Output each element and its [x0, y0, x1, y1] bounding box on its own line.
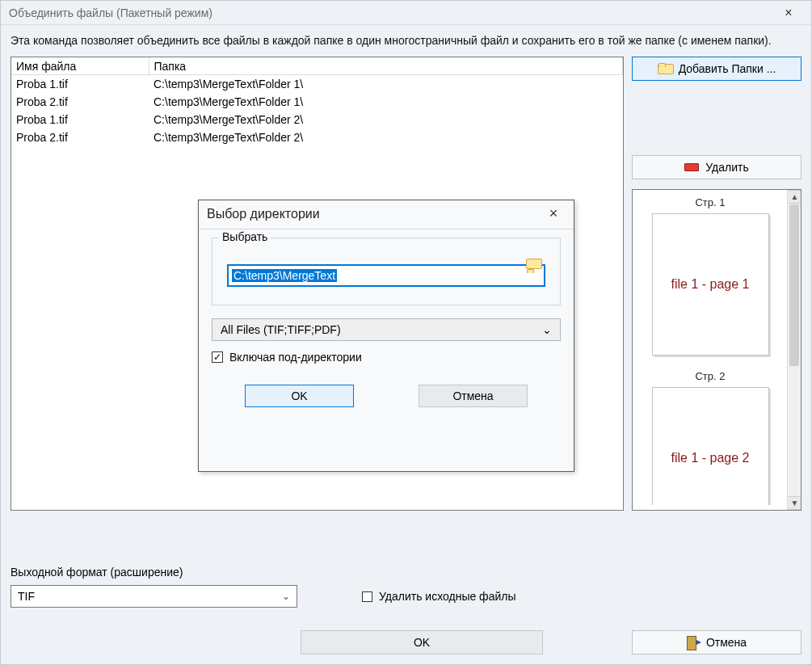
file-filter-select[interactable]: All Files (TIF;TIFF;PDF) ⌄ [212, 318, 561, 341]
checkbox-box [362, 591, 372, 602]
scroll-down-icon[interactable]: ▼ [788, 496, 801, 510]
chevron-down-icon: ⌄ [282, 591, 290, 602]
dialog-ok-label: OK [291, 389, 307, 402]
cell-folder: C:\temp3\MergeText\Folder 1\ [149, 93, 623, 111]
table-row[interactable]: Proba 1.tif C:\temp3\MergeText\Folder 2\ [11, 111, 623, 128]
column-header-name[interactable]: Имя файла [11, 57, 149, 75]
include-subdirs-checkbox[interactable]: ✓ Включая под-директории [212, 351, 561, 364]
preview-list: Стр. 1 file 1 - page 1 Стр. 2 file 1 - p… [637, 195, 783, 505]
cell-folder: C:\temp3\MergeText\Folder 1\ [149, 75, 623, 93]
dialog-cancel-button[interactable]: Отмена [419, 385, 528, 407]
preview-thumbnail[interactable]: file 1 - page 1 [652, 213, 769, 356]
preview-scrollbar[interactable]: ▲ ▼ [787, 190, 801, 510]
directory-select-dialog: Выбор директории × Выбрать C:\temp3\Merg… [198, 200, 574, 472]
table-row[interactable]: Proba 2.tif C:\temp3\MergeText\Folder 2\ [11, 128, 623, 146]
titlebar: Объединить файлы (Пакетный режим) × [1, 1, 811, 25]
preview-thumb-text: file 1 - page 1 [671, 277, 750, 292]
window-title: Объединить файлы (Пакетный режим) [9, 6, 212, 19]
cancel-button[interactable]: Отмена [632, 630, 801, 654]
exit-icon [687, 636, 700, 649]
cell-folder: C:\temp3\MergeText\Folder 2\ [149, 128, 623, 146]
output-format-select[interactable]: TIF ⌄ [11, 585, 297, 608]
preview-thumbnail[interactable]: file 1 - page 2 [652, 387, 769, 505]
cell-folder: C:\temp3\MergeText\Folder 2\ [149, 111, 623, 128]
ok-button[interactable]: OK [301, 630, 543, 654]
checkbox-box: ✓ [212, 351, 223, 363]
preview-panel: Стр. 1 file 1 - page 1 Стр. 2 file 1 - p… [632, 189, 801, 511]
path-input[interactable]: C:\temp3\MergeText [227, 264, 545, 287]
table-row[interactable]: Proba 1.tif C:\temp3\MergeText\Folder 1\ [11, 75, 623, 93]
select-group: Выбрать C:\temp3\MergeText [212, 238, 561, 305]
preview-page-label: Стр. 1 [637, 196, 783, 208]
delete-source-checkbox[interactable]: Удалить исходные файлы [362, 590, 515, 603]
preview-thumb-text: file 1 - page 2 [671, 451, 750, 465]
path-value: C:\temp3\MergeText [232, 269, 337, 282]
delete-source-label: Удалить исходные файлы [379, 590, 515, 603]
add-folders-label: Добавить Папки ... [679, 62, 776, 75]
close-icon[interactable]: × [541, 205, 566, 222]
dialog-title: Выбор директории [207, 207, 320, 221]
table-row[interactable]: Proba 2.tif C:\temp3\MergeText\Folder 1\ [11, 93, 623, 111]
preview-page-label: Стр. 2 [637, 370, 783, 382]
cell-name: Proba 2.tif [11, 128, 149, 146]
delete-button[interactable]: Удалить [632, 155, 801, 179]
cell-name: Proba 1.tif [11, 111, 149, 128]
sidebar: Добавить Папки ... Удалить Стр. 1 file 1… [632, 57, 801, 511]
group-label: Выбрать [219, 230, 271, 243]
output-format-label: Выходной формат (расширение) [11, 566, 801, 579]
delete-icon [684, 161, 699, 174]
chevron-down-icon: ⌄ [542, 323, 552, 336]
column-header-folder[interactable]: Папка [149, 57, 623, 75]
file-filter-value: All Files (TIF;TIFF;PDF) [221, 323, 341, 336]
dialog-ok-button[interactable]: OK [245, 385, 354, 407]
browse-button[interactable] [526, 269, 541, 282]
window-description: Эта команда позволяет объединить все фай… [1, 25, 811, 57]
add-folders-button[interactable]: Добавить Папки ... [632, 57, 801, 81]
dialog-titlebar: Выбор директории × [199, 200, 574, 229]
cancel-label: Отмена [706, 636, 747, 649]
main-window: Объединить файлы (Пакетный режим) × Эта … [0, 0, 812, 665]
close-icon[interactable]: × [772, 6, 805, 20]
delete-label: Удалить [705, 161, 748, 174]
scroll-thumb[interactable] [789, 204, 799, 366]
dialog-cancel-label: Отмена [452, 389, 493, 402]
output-format-value: TIF [18, 590, 35, 603]
cell-name: Proba 2.tif [11, 93, 149, 111]
scroll-up-icon[interactable]: ▲ [788, 190, 801, 204]
include-subdirs-label: Включая под-директории [229, 351, 362, 364]
folder-plus-icon [658, 62, 672, 75]
cell-name: Proba 1.tif [11, 75, 149, 93]
ok-label: OK [414, 636, 430, 649]
file-table: Имя файла Папка Proba 1.tif C:\temp3\Mer… [11, 57, 623, 146]
